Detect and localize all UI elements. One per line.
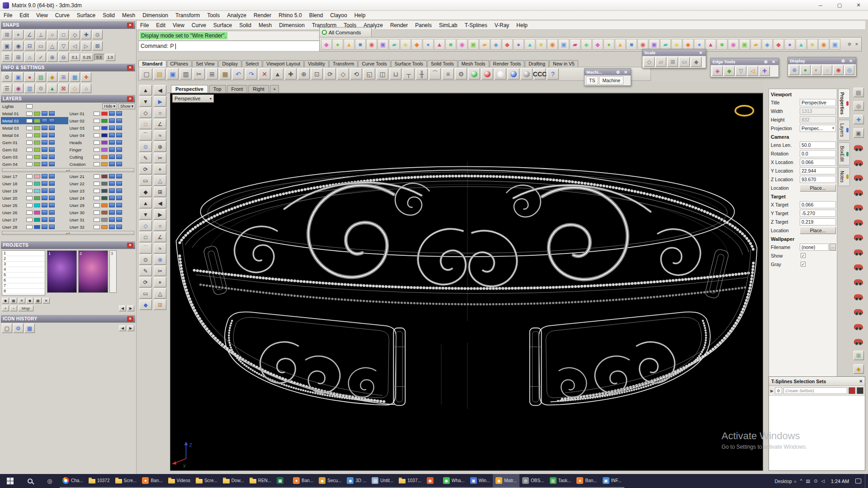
taskbar-app-dow[interactable]: Dow...	[220, 474, 247, 488]
layer-lock-toggle[interactable]	[116, 126, 122, 130]
command-icon[interactable]: ◉	[457, 39, 467, 50]
layer-lock-toggle[interactable]	[116, 155, 122, 159]
layer-visibility-toggle[interactable]	[109, 181, 115, 186]
car-icon[interactable]	[853, 142, 864, 153]
tool-icon[interactable]: □	[58, 30, 69, 39]
tool-icon[interactable]: ▢	[2, 324, 12, 333]
tool-icon[interactable]: ▽	[736, 66, 746, 76]
tool-icon[interactable]: ○	[154, 108, 166, 118]
command-icon[interactable]: ▣	[739, 39, 750, 50]
layer-lock-toggle[interactable]	[49, 162, 55, 166]
layer-color-chip[interactable]	[101, 203, 108, 207]
minimize-button[interactable]: ─	[811, 0, 830, 10]
taskbar-app-icon[interactable]: ◉	[424, 474, 440, 488]
taskbar-app-1037[interactable]: 1037...	[396, 474, 424, 488]
layer-visibility-toggle[interactable]	[42, 126, 47, 130]
wireframe-view-icon[interactable]	[495, 68, 506, 80]
layer-row-user-03[interactable]: User 03	[68, 124, 136, 131]
project-row[interactable]: 7	[2, 283, 45, 289]
tool-icon[interactable]: ▣	[2, 41, 12, 51]
tool-icon[interactable]: ▦	[70, 72, 80, 82]
tool-icon[interactable]: ⊠	[58, 84, 69, 93]
tool-icon[interactable]: ▽	[58, 41, 69, 51]
command-icon[interactable]: ▲	[705, 39, 716, 50]
layer-group-divider[interactable]: ▴▾	[2, 231, 134, 235]
tool-icon[interactable]: ▥	[24, 84, 35, 93]
tool-icon[interactable]: ≈	[154, 243, 166, 253]
car-icon[interactable]	[853, 291, 864, 302]
layer-visibility-toggle[interactable]	[42, 162, 47, 166]
command-icon[interactable]: ◆	[411, 39, 422, 50]
network-icon[interactable]: ⊙	[814, 479, 817, 483]
command-icon[interactable]: ▲	[434, 39, 445, 50]
tool-icon[interactable]: ◇	[70, 30, 80, 39]
fillet-icon[interactable]: ⌒	[429, 68, 441, 80]
layer-material-chip[interactable]	[94, 189, 100, 193]
layer-row-user-02[interactable]: User 02	[68, 117, 136, 124]
layer-row-heads[interactable]: Heads	[68, 139, 136, 146]
command-icon[interactable]: ▲	[524, 39, 535, 50]
taskbar-app-win[interactable]: ▣Win...	[467, 474, 493, 488]
layer-row-creation[interactable]: Creation	[68, 160, 136, 168]
property-value[interactable]: Perspective	[800, 99, 836, 106]
project-thumbnail[interactable]: 1	[47, 250, 77, 293]
layer-row-user-01[interactable]: User 01	[68, 110, 136, 117]
command-icon[interactable]: ■	[626, 39, 637, 50]
menu-panels[interactable]: Panels	[411, 22, 435, 29]
command-icon[interactable]: ◈	[762, 39, 773, 50]
layer-row-metal-03[interactable]: Metal 03	[1, 124, 68, 131]
project-list[interactable]: 12345678	[2, 250, 45, 296]
side-tab-properties[interactable]: Properties	[838, 89, 850, 118]
tool-icon[interactable]: ⟳	[139, 277, 152, 287]
close-icon[interactable]: ✕	[698, 50, 704, 56]
menu-surface[interactable]: Surface	[210, 22, 236, 29]
toolbar-tab-cplanes[interactable]: CPlanes	[167, 60, 192, 67]
layer-material-chip[interactable]	[94, 126, 100, 130]
layer-color-chip[interactable]	[101, 218, 108, 222]
tool-icon[interactable]: ◆	[691, 57, 702, 67]
trim-icon[interactable]: ┬	[403, 68, 415, 80]
command-icon[interactable]: ■	[807, 39, 818, 50]
menu-mesh[interactable]: Mesh	[255, 22, 275, 29]
layer-lock-toggle[interactable]	[116, 217, 122, 222]
browse-button[interactable]: ...	[830, 244, 836, 251]
tool-icon[interactable]: ∠	[154, 232, 166, 242]
ccc-button[interactable]: CCC	[534, 68, 546, 80]
menu-solid[interactable]: Solid	[236, 22, 255, 29]
menu-view[interactable]: View	[33, 12, 52, 19]
command-icon[interactable]: ●	[513, 39, 524, 50]
tool-icon[interactable]: ▤	[36, 72, 46, 82]
layer-lock-toggle[interactable]	[49, 155, 55, 159]
menu-render[interactable]: Render	[387, 22, 411, 29]
snap-value-0-1[interactable]: 0.1	[70, 54, 80, 61]
layer-color-chip[interactable]	[101, 182, 108, 186]
layer-color-chip[interactable]	[34, 162, 40, 166]
tool-icon[interactable]: ⚙	[13, 324, 24, 333]
layer-color-chip[interactable]	[101, 119, 108, 123]
command-icon[interactable]: ◉	[637, 39, 648, 50]
layer-row-user-17[interactable]: User 17	[1, 173, 68, 180]
tool-icon[interactable]: ◆	[47, 72, 57, 82]
checkbox[interactable]: ✓	[801, 253, 806, 258]
project-row[interactable]: 8	[2, 289, 45, 294]
layer-color-chip[interactable]	[34, 141, 40, 145]
zoom-extents-icon[interactable]: ⊕	[298, 68, 310, 80]
menu-edit[interactable]: Edit	[152, 22, 169, 29]
layer-lock-toggle[interactable]	[116, 147, 122, 152]
tool-icon[interactable]: ◀	[154, 198, 166, 208]
tool-icon[interactable]: ☰	[2, 52, 12, 62]
layer-material-chip[interactable]	[94, 174, 100, 178]
layer-material-chip[interactable]	[26, 155, 33, 159]
command-icon[interactable]: ▰	[750, 39, 761, 50]
show-dropdown[interactable]: Show▾	[118, 103, 135, 109]
layer-row-user-20[interactable]: User 20	[1, 194, 68, 202]
layer-row-user-21[interactable]: User 21	[68, 173, 136, 180]
new-file-icon[interactable]: ▢	[141, 68, 152, 80]
menu-edit[interactable]: Edit	[16, 12, 33, 19]
volume-icon[interactable]: ◁	[821, 479, 825, 483]
side-tab-layers[interactable]: Layers	[838, 120, 850, 141]
desktop-toolbar[interactable]: Desktop»	[774, 479, 796, 484]
toolbar-tab-transform[interactable]: Transform	[329, 60, 358, 67]
layer-color-chip[interactable]	[34, 211, 40, 215]
close-icon[interactable]: ✕	[859, 379, 863, 384]
